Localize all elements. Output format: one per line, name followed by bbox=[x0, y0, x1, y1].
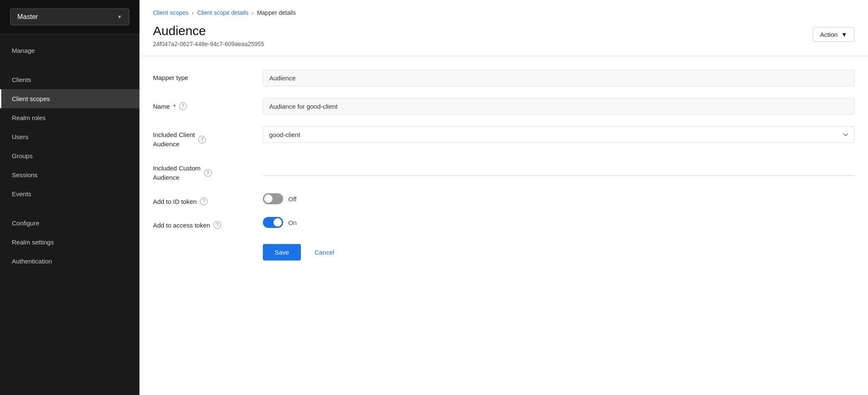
add-access-token-toggle-row: On bbox=[263, 217, 854, 228]
breadcrumb-client-scope-details[interactable]: Client scope details bbox=[197, 9, 248, 16]
add-id-token-label-col: Add to ID token ? bbox=[153, 193, 263, 205]
add-access-token-row: Add to access token ? On bbox=[153, 217, 854, 229]
included-custom-control bbox=[263, 160, 854, 176]
add-id-token-help-icon[interactable]: ? bbox=[200, 198, 207, 205]
breadcrumb: Client scopes › Client scope details › M… bbox=[139, 0, 868, 20]
cancel-button[interactable]: Cancel bbox=[308, 244, 341, 261]
breadcrumb-sep-1: › bbox=[192, 10, 194, 16]
included-custom-label1: Included Custom bbox=[153, 164, 201, 173]
add-access-token-slider bbox=[263, 217, 283, 228]
included-custom-label-col: Included Custom Audience ? bbox=[153, 160, 263, 181]
breadcrumb-mapper-details: Mapper details bbox=[257, 9, 296, 16]
mapper-type-input[interactable] bbox=[263, 70, 854, 86]
sidebar-item-events[interactable]: Events bbox=[0, 184, 139, 203]
name-label: Name bbox=[153, 103, 170, 110]
included-client-control: good-client bbox=[263, 126, 854, 143]
name-required-indicator: * bbox=[173, 103, 176, 110]
master-label: Master bbox=[17, 13, 38, 21]
page-title-block: Audience 24f047a2-0627-448e-94c7-609aeaa… bbox=[153, 24, 264, 47]
included-client-row: Included Client Audience ? good-client bbox=[153, 126, 854, 148]
breadcrumb-client-scopes[interactable]: Client scopes bbox=[153, 9, 188, 16]
included-client-label1: Included Client bbox=[153, 131, 195, 139]
included-client-label2: Audience bbox=[153, 140, 195, 148]
page-subtitle: 24f047a2-0627-448e-94c7-609aeaa25955 bbox=[153, 41, 264, 47]
action-label: Action bbox=[820, 31, 838, 38]
sidebar-item-configure[interactable]: Configure bbox=[0, 214, 139, 233]
main-content: Client scopes › Client scope details › M… bbox=[139, 0, 868, 395]
name-row: Name * ? bbox=[153, 98, 854, 115]
included-custom-row: Included Custom Audience ? bbox=[153, 160, 854, 181]
action-chevron-icon: ▼ bbox=[841, 31, 847, 38]
add-id-token-off-label: Off bbox=[288, 195, 297, 203]
add-id-token-slider bbox=[263, 193, 283, 204]
included-client-select[interactable]: good-client bbox=[263, 126, 854, 143]
form-buttons: Save Cancel bbox=[263, 241, 854, 274]
included-client-label-block: Included Client Audience bbox=[153, 131, 195, 148]
mapper-type-label: Mapper type bbox=[153, 74, 188, 81]
sidebar-item-manage[interactable]: Manage bbox=[0, 41, 139, 60]
mapper-type-label-col: Mapper type bbox=[153, 70, 263, 81]
add-access-token-on-label: On bbox=[288, 219, 297, 226]
sidebar-item-client-scopes[interactable]: Client scopes bbox=[0, 89, 139, 108]
master-dropdown[interactable]: Master ▼ bbox=[10, 8, 129, 25]
add-id-token-label: Add to ID token bbox=[153, 198, 197, 205]
mapper-type-control bbox=[263, 70, 854, 86]
save-button[interactable]: Save bbox=[263, 244, 301, 261]
name-help-icon[interactable]: ? bbox=[179, 102, 187, 110]
mapper-type-row: Mapper type bbox=[153, 70, 854, 86]
add-access-token-label-col: Add to access token ? bbox=[153, 217, 263, 229]
page-header: Audience 24f047a2-0627-448e-94c7-609aeaa… bbox=[139, 20, 868, 56]
form-area: Mapper type Name * ? Included Client Aud… bbox=[139, 56, 868, 395]
included-custom-label2: Audience bbox=[153, 173, 201, 182]
add-id-token-toggle-row: Off bbox=[263, 193, 854, 204]
sidebar-item-realm-settings[interactable]: Realm settings bbox=[0, 233, 139, 252]
sidebar-item-realm-roles[interactable]: Realm roles bbox=[0, 108, 139, 127]
included-client-label-col: Included Client Audience ? bbox=[153, 126, 263, 148]
name-input[interactable] bbox=[263, 98, 854, 115]
add-id-token-control: Off bbox=[263, 193, 854, 204]
sidebar-header: Master ▼ bbox=[0, 0, 139, 34]
included-custom-input[interactable] bbox=[263, 160, 854, 176]
included-custom-label-block: Included Custom Audience bbox=[153, 164, 201, 181]
action-button[interactable]: Action ▼ bbox=[813, 27, 854, 42]
sidebar: Master ▼ Manage Clients Client scopes Re… bbox=[0, 0, 139, 395]
add-access-token-toggle[interactable] bbox=[263, 217, 283, 228]
name-label-col: Name * ? bbox=[153, 98, 263, 110]
included-client-help-icon[interactable]: ? bbox=[198, 136, 206, 143]
add-id-token-row: Add to ID token ? Off bbox=[153, 193, 854, 205]
add-access-token-help-icon[interactable]: ? bbox=[213, 221, 221, 229]
sidebar-item-sessions[interactable]: Sessions bbox=[0, 165, 139, 184]
add-access-token-control: On bbox=[263, 217, 854, 228]
included-custom-help-icon[interactable]: ? bbox=[204, 169, 212, 177]
add-id-token-toggle[interactable] bbox=[263, 193, 283, 204]
sidebar-item-groups[interactable]: Groups bbox=[0, 146, 139, 165]
chevron-down-icon: ▼ bbox=[117, 14, 122, 20]
sidebar-item-clients[interactable]: Clients bbox=[0, 70, 139, 89]
add-access-token-label: Add to access token bbox=[153, 222, 210, 229]
sidebar-item-users[interactable]: Users bbox=[0, 127, 139, 146]
page-title: Audience bbox=[153, 24, 264, 38]
breadcrumb-sep-2: › bbox=[252, 10, 254, 16]
sidebar-nav: Manage Clients Client scopes Realm roles… bbox=[0, 34, 139, 395]
name-control bbox=[263, 98, 854, 115]
sidebar-item-authentication[interactable]: Authentication bbox=[0, 252, 139, 271]
